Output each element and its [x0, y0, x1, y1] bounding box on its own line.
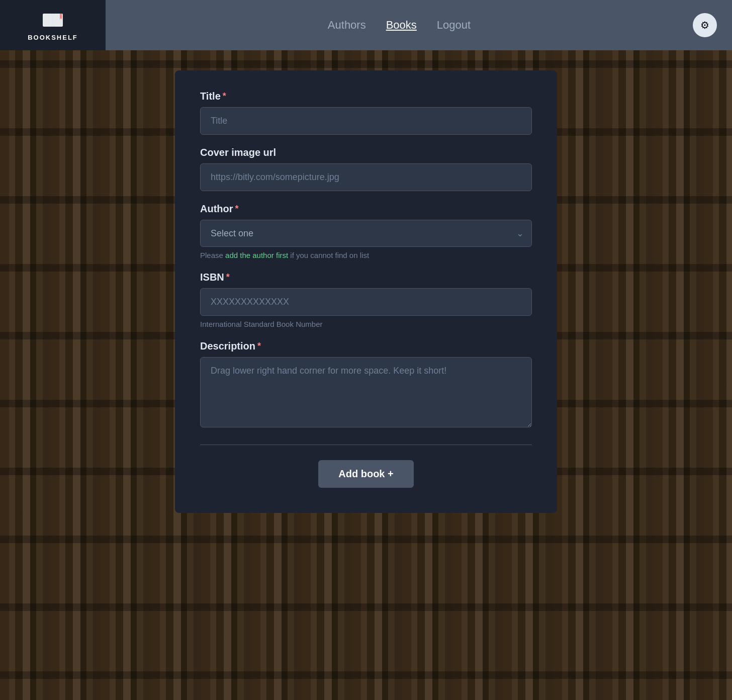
logo-text: BOOKSHELF	[28, 34, 78, 41]
title-required-star: *	[223, 91, 226, 102]
author-hint: Please add the author first if you canno…	[200, 251, 532, 259]
add-book-button[interactable]: Add book +	[318, 460, 413, 488]
isbn-field-group: ISBN * International Standard Book Numbe…	[200, 272, 532, 328]
cover-image-input[interactable]	[200, 163, 532, 191]
nav-logout[interactable]: Logout	[437, 19, 471, 32]
isbn-label: ISBN *	[200, 272, 532, 283]
nav-links: Authors Books Logout	[106, 19, 693, 32]
author-select-wrapper: Select one ⌄	[200, 220, 532, 247]
main-content: Title * Cover image url Author * Select …	[0, 50, 732, 700]
gear-icon: ⚙	[700, 19, 709, 31]
form-card: Title * Cover image url Author * Select …	[175, 70, 557, 513]
title-field-group: Title *	[200, 91, 532, 135]
nav-books[interactable]: Books	[386, 19, 417, 32]
author-field-group: Author * Select one ⌄ Please add the aut…	[200, 203, 532, 259]
isbn-required-star: *	[226, 272, 230, 283]
description-label: Description *	[200, 340, 532, 352]
nav-authors[interactable]: Authors	[328, 19, 366, 32]
add-author-link[interactable]: add the author first	[225, 251, 288, 259]
svg-rect-2	[52, 14, 54, 27]
author-label: Author *	[200, 203, 532, 215]
title-label: Title *	[200, 91, 532, 102]
form-divider	[200, 445, 532, 445]
cover-image-label: Cover image url	[200, 147, 532, 158]
author-select[interactable]: Select one	[200, 220, 532, 247]
navbar: BOOKSHELF Authors Books Logout ⚙	[0, 0, 732, 50]
description-textarea[interactable]	[200, 357, 532, 427]
isbn-hint: International Standard Book Number	[200, 320, 532, 328]
description-field-group: Description *	[200, 340, 532, 429]
logo-area: BOOKSHELF	[0, 0, 106, 50]
settings-button[interactable]: ⚙	[693, 13, 717, 37]
author-required-star: *	[235, 204, 239, 214]
description-required-star: *	[257, 341, 261, 352]
add-book-label: Add book +	[338, 468, 393, 480]
book-logo-icon	[42, 10, 64, 32]
title-input[interactable]	[200, 107, 532, 135]
isbn-input[interactable]	[200, 288, 532, 316]
cover-image-field-group: Cover image url	[200, 147, 532, 191]
svg-rect-0	[43, 14, 52, 27]
